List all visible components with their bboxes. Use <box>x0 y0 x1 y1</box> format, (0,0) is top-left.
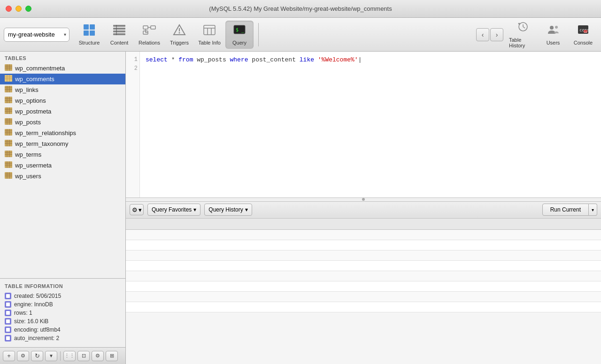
table-information: TABLE INFORMATION created: 5/06/2015 eng… <box>0 278 125 347</box>
sidebar: TABLES wp_commentmeta <box>0 52 126 364</box>
nav-forward-button[interactable]: › <box>490 28 503 41</box>
relations-button[interactable]: Relations <box>135 21 163 49</box>
add-table-button[interactable]: + <box>3 351 15 361</box>
info-icon-created <box>5 293 11 299</box>
table-icon <box>5 75 12 83</box>
table-item-wp-postmeta[interactable]: wp_postmeta <box>0 106 125 117</box>
minimize-button[interactable] <box>15 6 22 12</box>
query-editor[interactable]: 1 2 select * from wp_posts where post_co… <box>126 52 601 198</box>
info-size-text: size: 16.0 KiB <box>14 318 48 325</box>
database-selector[interactable]: my-great-website ▾ <box>4 28 69 42</box>
toolbar-separator <box>258 23 259 46</box>
run-current-button[interactable]: Run Current <box>542 204 589 216</box>
svg-text:Le off: Le off <box>584 30 589 33</box>
run-dropdown-button[interactable]: ▾ <box>589 204 597 216</box>
gear-arrow: ▾ <box>139 206 142 213</box>
table-icon <box>5 129 12 137</box>
svg-rect-6 <box>113 30 125 32</box>
table-info-button[interactable]: Table Info <box>195 21 223 49</box>
table-icon <box>5 161 12 169</box>
query-options-button[interactable]: ⚙ ▾ <box>130 204 144 215</box>
table-icon <box>5 140 12 148</box>
info-icon-encoding <box>5 326 11 333</box>
table-item-wp-posts[interactable]: wp_posts <box>0 117 125 128</box>
svg-rect-4 <box>113 25 125 27</box>
results-header-row <box>126 219 601 230</box>
svg-line-26 <box>523 27 525 28</box>
close-button[interactable] <box>6 6 12 12</box>
sql-line-1: select * from wp_posts where post_conten… <box>146 55 595 65</box>
line-numbers: 1 2 <box>126 52 140 197</box>
table-item-wp-term-taxonomy[interactable]: wp_term_taxonomy <box>0 138 125 149</box>
users-button[interactable]: Users <box>539 21 567 49</box>
query-favorites-button[interactable]: Query Favorites ▾ <box>147 204 200 216</box>
structure-label: Structure <box>79 40 100 46</box>
svg-rect-39 <box>5 75 12 82</box>
structure-button[interactable]: Structure <box>75 21 103 49</box>
info-created: created: 5/06/2015 <box>5 292 121 300</box>
table-item-wp-comments[interactable]: wp_comments <box>0 74 125 84</box>
maximize-button[interactable] <box>25 6 31 12</box>
info-header: TABLE INFORMATION <box>5 283 121 289</box>
relations-icon <box>143 23 156 38</box>
main-content: TABLES wp_commentmeta <box>0 52 601 364</box>
sql-editor[interactable]: select * from wp_posts where post_conten… <box>140 52 601 197</box>
table-item-wp-term-relationships[interactable]: wp_term_relationships <box>0 128 125 138</box>
console-button[interactable]: conso Le off Console <box>569 21 597 49</box>
table-history-button[interactable]: Table History <box>509 21 537 49</box>
table-name: wp_postmeta <box>15 108 51 115</box>
table-item-wp-links[interactable]: wp_links <box>0 84 125 95</box>
info-icon-autoincrement <box>5 335 11 341</box>
table-icon <box>5 118 12 126</box>
export-button[interactable]: ⊞ <box>106 351 118 361</box>
selector-arrow-icon: ▾ <box>64 32 66 37</box>
window-controls <box>6 6 31 12</box>
table-item-wp-terms[interactable]: wp_terms <box>0 149 125 160</box>
table-icon <box>5 86 12 94</box>
query-button[interactable]: $ _ Query <box>225 21 254 49</box>
table-row <box>126 292 601 302</box>
table-item-wp-usermeta[interactable]: wp_usermeta <box>0 160 125 171</box>
info-icon-size <box>5 318 11 325</box>
table-history-label: Table History <box>509 37 537 48</box>
svg-rect-74 <box>5 151 12 157</box>
table-row <box>126 302 601 312</box>
gear-icon: ⚙ <box>132 206 138 213</box>
svg-rect-7 <box>113 33 125 35</box>
nav-back-button[interactable]: ‹ <box>476 28 489 41</box>
table-item-wp-options[interactable]: wp_options <box>0 95 125 106</box>
table-name: wp_options <box>15 97 46 104</box>
info-icon-engine <box>5 301 11 308</box>
favorites-arrow-icon: ▾ <box>193 206 196 213</box>
triggers-button[interactable]: Triggers <box>165 21 193 49</box>
columns-button[interactable]: ⋮⋮ <box>63 351 76 361</box>
structure-icon <box>83 23 96 38</box>
toolbar-right: ‹ › Table History <box>476 21 597 49</box>
table-history-icon <box>517 21 529 36</box>
users-icon <box>547 23 559 38</box>
svg-rect-1 <box>90 24 95 30</box>
svg-rect-59 <box>5 118 12 125</box>
run-button-label: Run Current <box>550 206 581 213</box>
filter-button[interactable]: ▼ <box>45 351 57 361</box>
favorites-label: Query Favorites <box>152 206 192 213</box>
content-area: 1 2 select * from wp_posts where post_co… <box>126 52 601 364</box>
info-autoincrement: auto_increment: 2 <box>5 334 121 342</box>
info-autoincrement-text: auto_increment: 2 <box>14 335 59 341</box>
image-button[interactable]: ⊡ <box>77 351 90 361</box>
main-toolbar: my-great-website ▾ Structure Content <box>0 18 601 52</box>
query-history-button[interactable]: Query History ▾ <box>204 204 252 216</box>
table-gear-button[interactable]: ⚙ <box>17 351 29 361</box>
svg-rect-79 <box>5 161 12 168</box>
results-area <box>126 219 601 364</box>
svg-point-28 <box>550 26 554 30</box>
table-item-wp-users[interactable]: wp_users <box>0 171 125 182</box>
table-name: wp_terms <box>15 151 41 158</box>
svg-rect-44 <box>5 86 12 92</box>
refresh-button[interactable]: ↻ <box>31 351 43 361</box>
table-row <box>126 250 601 261</box>
table-item-wp-commentmeta[interactable]: wp_commentmeta <box>0 63 125 74</box>
content-button[interactable]: Content <box>105 21 133 49</box>
settings-button[interactable]: ⚙ <box>92 351 104 361</box>
history-arrow-icon: ▾ <box>245 206 248 213</box>
